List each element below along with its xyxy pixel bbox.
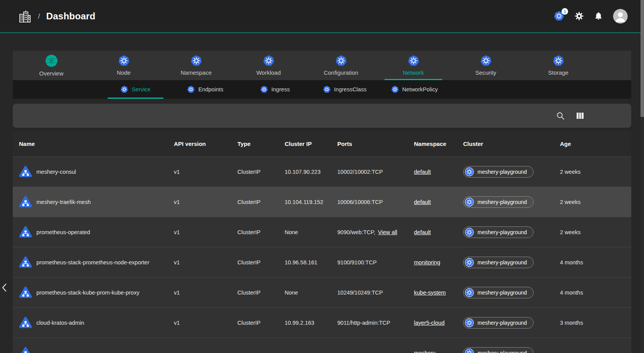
table-header-row: Name API version Type Cluster IP Ports N… xyxy=(13,131,631,156)
network-subtabs: Service Endpoints Ingress IngressClass N… xyxy=(13,80,631,99)
age: 4 months xyxy=(560,259,631,266)
column-header-name[interactable]: Name xyxy=(13,141,174,147)
kubernetes-icon xyxy=(187,86,195,93)
cluster-chip[interactable]: meshery-playground xyxy=(463,226,534,238)
subtab-ingress[interactable]: Ingress xyxy=(240,80,310,99)
api-version: v1 xyxy=(174,259,237,266)
kubernetes-icon xyxy=(391,86,399,93)
tab-overview[interactable]: Overview xyxy=(15,51,88,80)
kubernetes-icon xyxy=(465,288,474,297)
cluster-ip: 10.99.2.163 xyxy=(285,320,337,326)
service-type: ClusterIP xyxy=(237,169,285,175)
table-row[interactable]: meshery-consul v1 ClusterIP 10.107.90.22… xyxy=(13,156,631,187)
bell-icon[interactable] xyxy=(594,12,603,21)
service-type: ClusterIP xyxy=(237,229,285,235)
ports: 10006/10006:TCP xyxy=(337,199,414,205)
kubernetes-icon xyxy=(465,258,474,267)
table-row[interactable]: cloud-kratos-admin v1 ClusterIP 10.99.2.… xyxy=(13,307,631,338)
namespace-link[interactable]: default xyxy=(414,229,431,235)
chevron-left-icon xyxy=(1,283,8,293)
table-toolbar xyxy=(13,104,631,128)
namespace-link[interactable]: default xyxy=(414,169,431,175)
ports: 9090/web:TCP,View all xyxy=(337,229,414,235)
tab-workload[interactable]: Workload xyxy=(232,51,305,80)
service-name: cloud-kratos-admin xyxy=(36,320,84,326)
service-icon xyxy=(19,316,32,329)
service-type: ClusterIP xyxy=(237,259,285,266)
age: 2 weeks xyxy=(560,169,631,175)
tab-configuration[interactable]: Configuration xyxy=(305,51,377,80)
service-type: ClusterIP xyxy=(237,290,285,296)
api-version: v1 xyxy=(174,320,237,326)
api-version: v1 xyxy=(174,290,237,296)
namespace-link[interactable]: monitoring xyxy=(414,259,440,266)
kubernetes-icon xyxy=(120,86,128,93)
column-header-ports[interactable]: Ports xyxy=(337,141,414,147)
subtab-service[interactable]: Service xyxy=(101,80,170,99)
kubernetes-icon xyxy=(465,348,474,353)
column-header-cluster-ip[interactable]: Cluster IP xyxy=(285,141,337,147)
subtab-networkpolicy[interactable]: NetworkPolicy xyxy=(380,80,449,99)
service-icon xyxy=(19,226,32,239)
service-icon xyxy=(19,195,32,209)
cluster-chip[interactable]: meshery-playground xyxy=(463,166,534,178)
table-row[interactable]: prometheus-stack-prometheus-node-exporte… xyxy=(13,247,631,277)
table-row[interactable]: prometheus-stack-kube-prom-kube-proxy v1… xyxy=(13,277,631,307)
service-name: prometheus-operated xyxy=(36,229,90,235)
services-table: Name API version Type Cluster IP Ports N… xyxy=(13,131,631,353)
building-icon[interactable] xyxy=(19,10,31,23)
app-header: / Dashboard 1 xyxy=(0,0,644,33)
column-header-namespace[interactable]: Namespace xyxy=(414,141,463,147)
cluster-ip: None xyxy=(285,290,337,296)
age: 4 months xyxy=(560,290,631,296)
namespace-link[interactable]: layer5-cloud xyxy=(414,320,445,326)
meshery-logo-icon xyxy=(45,54,58,67)
service-name: prometheus-stack-kube-prom-kube-proxy xyxy=(36,290,139,296)
column-header-cluster[interactable]: Cluster xyxy=(463,141,560,147)
api-version: v1 xyxy=(174,229,237,235)
ports xyxy=(337,350,414,353)
search-icon[interactable] xyxy=(556,111,565,120)
cluster-chip[interactable]: meshery-playground xyxy=(463,317,534,329)
view-all-link[interactable]: View all xyxy=(378,229,397,235)
table-row[interactable]: prometheus-operated v1 ClusterIP None 90… xyxy=(13,217,631,247)
view-columns-icon[interactable] xyxy=(575,111,585,120)
gear-icon[interactable] xyxy=(574,11,584,21)
kubernetes-icon xyxy=(465,318,474,327)
column-header-type[interactable]: Type xyxy=(237,141,285,147)
table-row[interactable]: meshery-traefik-mesh v1 ClusterIP 10.104… xyxy=(13,187,631,217)
namespace-link[interactable]: kube-system xyxy=(414,290,446,296)
namespace-link[interactable]: default xyxy=(414,199,431,205)
sidebar-collapse-button[interactable] xyxy=(1,282,9,293)
ports: 9100/9100:TCP xyxy=(337,259,414,266)
service-icon xyxy=(19,165,32,178)
column-header-api-version[interactable]: API version xyxy=(174,141,237,147)
cluster-chip[interactable]: meshery-playground xyxy=(463,287,534,298)
kubernetes-icon xyxy=(465,228,474,237)
tab-security[interactable]: Security xyxy=(450,51,522,80)
namespace-link[interactable]: meshery xyxy=(414,350,436,353)
service-name: meshery-consul xyxy=(36,169,76,175)
kubernetes-context-button[interactable]: 1 xyxy=(554,11,564,21)
cluster-chip[interactable]: meshery-playground xyxy=(463,257,534,268)
column-header-age[interactable]: Age xyxy=(560,141,631,147)
subtab-ingressclass[interactable]: IngressClass xyxy=(310,80,380,99)
tab-node[interactable]: Node xyxy=(88,51,160,80)
header-actions: 1 xyxy=(554,9,633,24)
tab-storage[interactable]: Storage xyxy=(522,51,594,80)
cluster-ip: None xyxy=(285,229,337,235)
subtab-endpoints[interactable]: Endpoints xyxy=(170,80,240,99)
age: 2 weeks xyxy=(560,199,631,205)
kubernetes-icon xyxy=(335,55,347,67)
tab-namespace[interactable]: Namespace xyxy=(160,51,232,80)
cluster-ip: 10.107.90.223 xyxy=(285,169,337,175)
scrollbar-track[interactable] xyxy=(641,0,644,353)
ports: 9011/http-admin:TCP xyxy=(337,320,414,326)
cluster-chip[interactable]: meshery-playground xyxy=(463,196,534,208)
avatar[interactable] xyxy=(613,9,628,24)
table-row[interactable]: meshery meshery-playground xyxy=(13,338,631,353)
cluster-chip[interactable]: meshery-playground xyxy=(463,347,534,353)
api-version: v1 xyxy=(174,199,237,205)
tab-network[interactable]: Network xyxy=(377,51,450,80)
scrollbar-thumb[interactable] xyxy=(641,0,644,117)
